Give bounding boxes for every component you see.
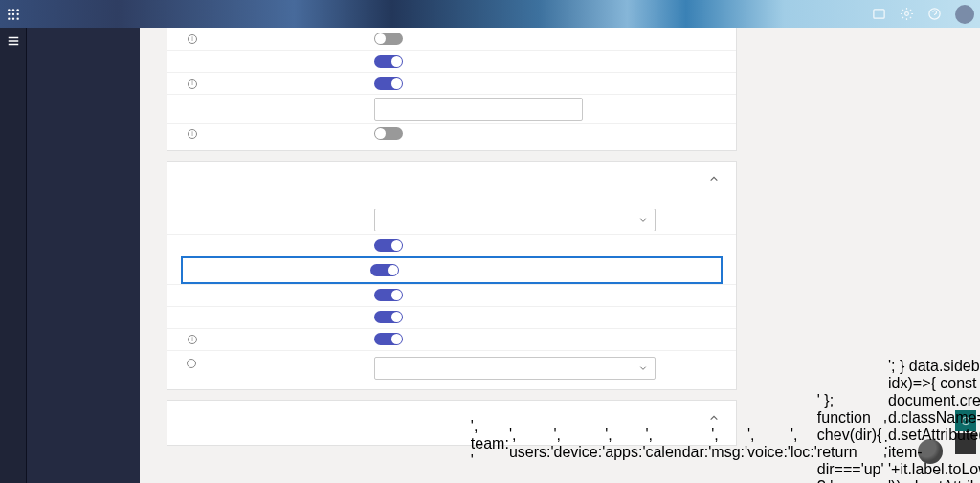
feedback-button[interactable]: ', team: '', users:'', device:'', apps:'… [955,433,976,454]
screen-sharing-select[interactable] [374,209,656,231]
setting-transcription: i [167,28,736,50]
setting-default-expiration [167,94,736,123]
toggle[interactable] [374,77,403,90]
toggle[interactable] [374,55,403,68]
toggle[interactable] [374,127,403,140]
help-icon[interactable] [927,7,942,21]
svg-point-7 [12,17,14,19]
setting-powerpoint-sharing [167,284,736,306]
chevron-down-icon [639,364,647,372]
svg-point-4 [12,12,14,14]
info-icon[interactable]: i [188,129,197,139]
settings-gear-icon[interactable] [900,7,914,21]
chevron-up-icon[interactable] [709,174,719,184]
svg-point-10 [905,12,909,16]
svg-rect-9 [874,10,884,18]
nav-rail [0,28,27,483]
svg-point-0 [8,9,10,11]
toggle[interactable] [374,311,403,323]
setting-auto-expire: i [167,72,736,94]
setting-give-control [167,234,736,256]
svg-point-3 [8,12,10,14]
setting-cloud-recording [167,50,736,72]
setting-store-outside: i [167,123,736,150]
svg-point-6 [8,17,10,19]
svg-point-2 [17,9,19,11]
content-area: i i i [140,28,980,483]
chevron-up-icon[interactable] [709,413,719,423]
toggle[interactable] [370,264,399,276]
info-icon[interactable]: i [188,335,197,344]
app-launcher-icon[interactable] [0,8,27,21]
setting-whiteboard [167,306,736,328]
video-filters-select[interactable] [374,357,656,380]
toggle[interactable] [374,239,403,252]
setting-shared-notes: i [167,328,736,350]
side-nav [27,28,140,483]
recording-settings-card: i i i [167,28,737,151]
nav-toggle-icon[interactable] [0,28,26,55]
info-icon[interactable]: i [188,79,197,89]
setting-screen-sharing-mode [167,206,736,234]
svg-point-5 [17,12,19,14]
toggle[interactable] [374,333,403,345]
info-icon[interactable]: i [188,34,197,44]
svg-point-1 [12,9,14,11]
header-promoted-icon[interactable] [872,7,886,21]
help-widget: ', team: '', users:'', device:'', apps:'… [955,410,976,454]
svg-point-8 [17,17,19,19]
header-bar [0,0,980,28]
user-avatar[interactable] [955,5,974,24]
setting-video-filters [167,350,736,389]
content-sharing-section: i [167,161,737,390]
toggle[interactable] [374,33,403,45]
section-description [167,196,736,206]
toggle[interactable] [374,289,403,301]
chevron-down-icon [639,216,647,224]
default-expiration-input[interactable] [374,98,583,121]
setting-external-give-control [181,256,723,284]
